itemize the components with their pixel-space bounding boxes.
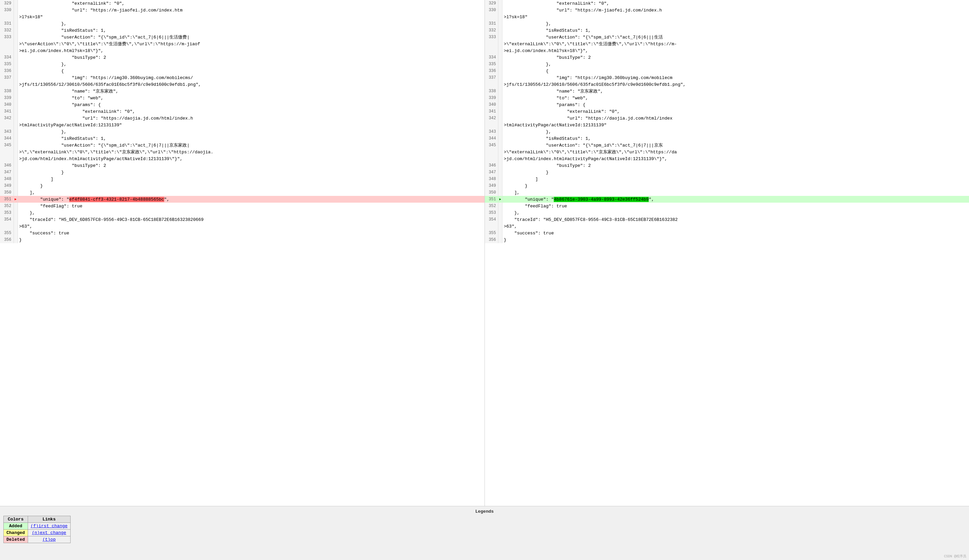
line-content: } <box>18 183 484 189</box>
first-change-anchor[interactable]: (f)irst change <box>31 523 68 528</box>
line-number <box>485 40 498 47</box>
diff-line: 340 "params": { <box>0 101 484 108</box>
left-diff-pane[interactable]: 329 "externalLink": "0",330 "url": "http… <box>0 0 485 506</box>
line-number <box>0 13 13 20</box>
line-content: "userAction": "{\"spm_id\":\"act_7|6|7||… <box>503 142 969 149</box>
diff-line: 342 "url": "https://daojia.jd.com/html/i… <box>485 115 969 121</box>
diff-line: 348 ] <box>485 176 969 183</box>
line-number: 344 <box>485 135 498 142</box>
diff-line: 329 "externalLink": "0", <box>0 0 484 7</box>
diff-line: 352 "feedFlag": true <box>485 203 969 209</box>
line-number: 336 <box>0 68 13 74</box>
line-content: "feedFlag": true <box>18 203 484 209</box>
line-content: "img": "https://img30.360buyimg.com/mobi… <box>503 74 969 81</box>
legend-top-link[interactable]: (t)op <box>28 536 70 543</box>
line-indicator <box>13 88 18 95</box>
line-indicator <box>498 236 503 243</box>
line-content: "to": "web", <box>18 95 484 101</box>
line-content: "url": "https://m-jiaofei.jd.com/index.h <box>503 7 969 13</box>
line-indicator <box>13 162 18 169</box>
next-change-anchor[interactable]: (n)ext change <box>32 530 66 535</box>
line-indicator: ► <box>13 196 18 203</box>
left-diff-table: 329 "externalLink": "0",330 "url": "http… <box>0 0 484 243</box>
line-content: "traceId": "H5_DEV_6D857FC8-9556-49C3-81… <box>18 216 484 223</box>
line-number: 332 <box>0 27 13 34</box>
line-number: 347 <box>0 169 13 176</box>
line-number: 355 <box>0 230 13 236</box>
line-number <box>0 81 13 88</box>
line-number: 335 <box>0 61 13 68</box>
line-indicator <box>13 27 18 34</box>
line-indicator <box>13 20 18 27</box>
line-number: 346 <box>0 162 13 169</box>
line-indicator <box>498 34 503 40</box>
line-indicator <box>498 40 503 47</box>
right-diff-pane[interactable]: 329 "externalLink": "0",330 "url": "http… <box>485 0 969 506</box>
line-content: >ei.jd.com/index.html?sk=18\"}", <box>18 47 484 54</box>
line-content: } <box>503 169 969 176</box>
diff-line: 337 "img": "https://img30.360buyimg.com/… <box>485 74 969 81</box>
line-content: "name": "京东家政", <box>18 88 484 95</box>
line-indicator <box>13 61 18 68</box>
line-number: 349 <box>0 183 13 189</box>
line-indicator <box>498 203 503 209</box>
diff-line: 345 "userAction": "{\"spm_id\":\"act_7|6… <box>0 142 484 149</box>
line-number: 356 <box>485 236 498 243</box>
line-number: 342 <box>485 115 498 121</box>
line-number: 334 <box>0 54 13 61</box>
line-indicator <box>498 81 503 88</box>
line-number: 329 <box>485 0 498 7</box>
line-number: 333 <box>0 34 13 40</box>
line-content: >ei.jd.com/index.html?sk=18\"}", <box>503 47 969 54</box>
line-number: 352 <box>0 203 13 209</box>
diff-line: 356} <box>0 236 484 243</box>
line-indicator <box>13 54 18 61</box>
line-content: ], <box>18 189 484 196</box>
line-content: "userAction": "{\"spm_id\":\"act_7|6|6||… <box>18 34 484 40</box>
diff-line: 336 { <box>0 68 484 74</box>
diff-line: 337 "img": "https://img30.360buyimg.com/… <box>0 74 484 81</box>
diff-line: 350 ], <box>485 189 969 196</box>
line-content: "url": "https://daojia.jd.com/html/index… <box>18 115 484 121</box>
legend-first-change-link[interactable]: (f)irst change <box>28 523 70 530</box>
line-number: 339 <box>0 95 13 101</box>
diff-line: >63", <box>485 223 969 230</box>
diff-line: 346 "busiType": 2 <box>485 162 969 169</box>
line-indicator <box>13 183 18 189</box>
line-content: "isRedStatus": 1, <box>503 135 969 142</box>
line-content: ] <box>18 176 484 183</box>
line-number: 334 <box>485 54 498 61</box>
diff-line: 351► "unique": "ef4f0841-cff3-4321-8217-… <box>0 196 484 203</box>
line-indicator <box>13 0 18 7</box>
line-content: >jd.com/html/index.html#activityPage/act… <box>18 155 484 162</box>
line-content: { <box>503 68 969 74</box>
diff-line: 344 "isRedStatus": 1, <box>0 135 484 142</box>
diff-line: 330 "url": "https://m-jiaofei.jd.com/ind… <box>485 7 969 13</box>
line-indicator <box>13 7 18 13</box>
diff-line: 350 ], <box>0 189 484 196</box>
line-content: >l?sk=18" <box>503 13 969 20</box>
diff-line: >tml#activityPage/actNativeId:12131139" <box>0 121 484 128</box>
line-indicator <box>13 223 18 230</box>
top-anchor[interactable]: (t)op <box>43 537 56 542</box>
diff-line: 330 "url": "https://m-jiaofei.jd.com/ind… <box>0 7 484 13</box>
legend-added-color: Added <box>4 523 28 530</box>
diff-highlight: 4b86761e-3903-4a99-8993-42e36ff524b9 <box>554 197 649 202</box>
line-content: >jfs/t1/130556/12/30610/5606/635fac01E6b… <box>503 81 969 88</box>
legend-next-change-link[interactable]: (n)ext change <box>28 530 70 536</box>
line-number <box>0 149 13 155</box>
diff-line: >\"externalLink\":\"0\",\"title\":\"生活缴费… <box>485 40 969 47</box>
line-number: 345 <box>485 142 498 149</box>
line-number: 333 <box>485 34 498 40</box>
line-content: "to": "web", <box>503 95 969 101</box>
diff-line: 346 "busiType": 2 <box>0 162 484 169</box>
line-content: "success": true <box>503 230 969 236</box>
line-indicator <box>498 0 503 7</box>
legend-table: Colors Links Added (f)irst change Change… <box>3 516 71 543</box>
line-number: 331 <box>485 20 498 27</box>
line-number: 345 <box>0 142 13 149</box>
diff-line: 348 ] <box>0 176 484 183</box>
right-diff-table: 329 "externalLink": "0",330 "url": "http… <box>485 0 969 243</box>
diff-container: 329 "externalLink": "0",330 "url": "http… <box>0 0 969 506</box>
diff-line: 356} <box>485 236 969 243</box>
